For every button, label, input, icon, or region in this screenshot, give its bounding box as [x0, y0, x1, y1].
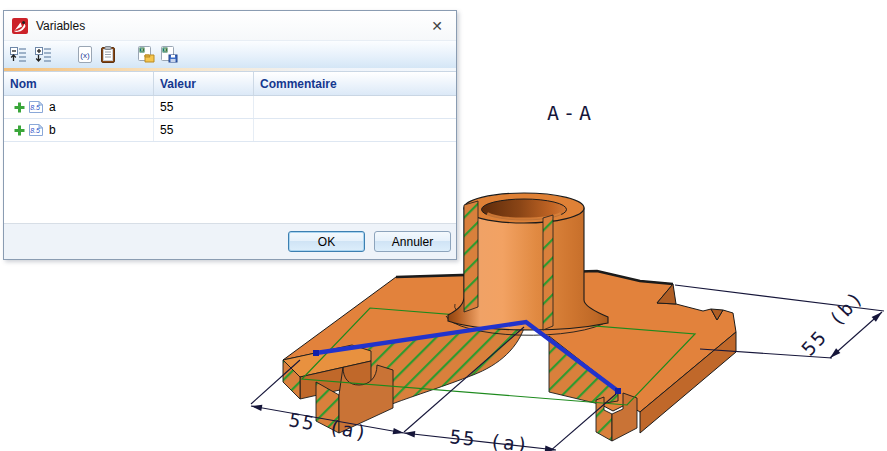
- variables-dialog: Variables ✕ (x): [3, 10, 457, 260]
- ok-button[interactable]: OK: [288, 231, 365, 252]
- dialog-title: Variables: [36, 19, 85, 33]
- collapse-all-icon[interactable]: [10, 46, 27, 63]
- variable-name: a: [49, 100, 56, 114]
- svg-text:8.5: 8.5: [30, 127, 40, 134]
- column-header-valeur[interactable]: Valeur: [154, 72, 254, 95]
- close-icon[interactable]: ✕: [424, 15, 450, 37]
- app-logo-icon: [12, 18, 28, 34]
- real-parameter-icon: 8.5: [28, 123, 44, 137]
- add-variable-icon: [14, 125, 25, 136]
- dimension-label-a2[interactable]: 55 (a): [449, 425, 532, 451]
- cell-valeur[interactable]: 55: [154, 96, 254, 118]
- add-variable-icon: [14, 102, 25, 113]
- cell-nom: 8.5 b: [4, 119, 154, 141]
- cylinder-cut-strip-left: [464, 201, 478, 312]
- variable-name: b: [49, 123, 56, 137]
- dialog-titlebar[interactable]: Variables ✕: [4, 11, 456, 40]
- cell-valeur[interactable]: 55: [154, 119, 254, 141]
- table-row[interactable]: 8.5 b 55: [4, 119, 456, 142]
- dialog-toolbar: (x) X X: [4, 40, 456, 68]
- table-row[interactable]: 8.5 a 55: [4, 96, 456, 119]
- cylinder-cut-strip-right: [543, 215, 553, 330]
- column-header-commentaire[interactable]: Commentaire: [254, 77, 456, 91]
- grid-empty-area: [4, 142, 456, 223]
- cylinder-boss[interactable]: [448, 193, 608, 330]
- dialog-footer: OK Annuler: [4, 223, 456, 259]
- excel-import-icon[interactable]: X: [137, 46, 155, 63]
- section-line-endpoint-left: [313, 350, 319, 356]
- clipboard-icon[interactable]: [100, 46, 116, 63]
- column-header-nom[interactable]: Nom: [4, 72, 154, 95]
- dimension-label-b[interactable]: 55 (b): [797, 286, 868, 360]
- svg-text:8.5: 8.5: [30, 104, 40, 111]
- section-line-endpoint-right: [615, 388, 621, 394]
- real-parameter-icon: 8.5: [28, 100, 44, 114]
- svg-text:(x): (x): [80, 51, 90, 60]
- grid-header-row: Nom Valeur Commentaire: [4, 72, 456, 96]
- cell-nom: 8.5 a: [4, 96, 154, 118]
- variables-grid: Nom Valeur Commentaire 8.5 a 55: [4, 71, 456, 223]
- section-view-label[interactable]: A-A: [547, 101, 595, 125]
- cancel-button[interactable]: Annuler: [374, 231, 451, 252]
- excel-export-icon[interactable]: X: [160, 46, 178, 63]
- expand-all-icon[interactable]: [35, 46, 52, 63]
- parameters-document-icon[interactable]: (x): [77, 46, 93, 63]
